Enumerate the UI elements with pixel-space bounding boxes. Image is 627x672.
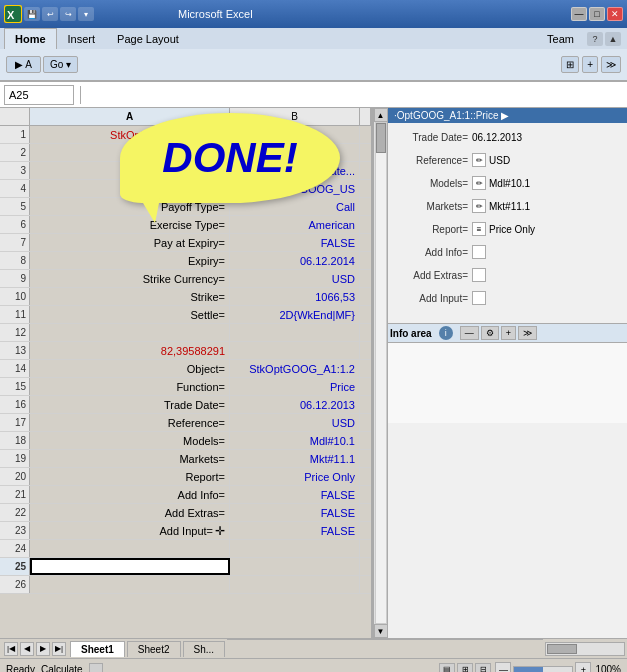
vertical-scrollbar[interactable]: ▲ ▼: [373, 108, 387, 638]
info-zoom-out[interactable]: —: [460, 326, 479, 340]
cell-14-rest: [360, 360, 371, 377]
quick-more-btn[interactable]: ▾: [78, 7, 94, 21]
zoom-out-btn[interactable]: —: [495, 662, 511, 673]
view-layout[interactable]: ⊞: [457, 663, 473, 673]
close-button[interactable]: ✕: [607, 7, 623, 21]
view-preview[interactable]: ⊟: [475, 663, 491, 673]
cell-7a[interactable]: Pay at Expiry=: [30, 234, 230, 251]
info-settings[interactable]: ⚙: [481, 326, 499, 340]
cell-8b[interactable]: 06.12.2014: [230, 252, 360, 269]
h-scroll-thumb[interactable]: [547, 644, 577, 654]
add-info-checkbox[interactable]: [472, 245, 486, 259]
ribbon-go-btn[interactable]: Go ▾: [43, 56, 78, 73]
row-num: 26: [0, 576, 30, 593]
ribbon-min-btn[interactable]: ▲: [605, 32, 621, 46]
view-normal[interactable]: ▤: [439, 663, 455, 673]
cell-21b[interactable]: FALSE: [230, 486, 360, 503]
cell-20b[interactable]: Price Only: [230, 468, 360, 485]
sheet-tab-2[interactable]: Sheet2: [127, 641, 181, 657]
ribbon-extra-btn2[interactable]: +: [582, 56, 598, 73]
cell-15b[interactable]: Price: [230, 378, 360, 395]
cell-17b[interactable]: USD: [230, 414, 360, 431]
quick-redo-btn[interactable]: ↪: [60, 7, 76, 21]
cell-14b[interactable]: StkOptGOOG_A1:1.2: [230, 360, 360, 377]
scroll-thumb[interactable]: [376, 123, 386, 153]
info-zoom-in[interactable]: +: [501, 326, 516, 340]
cell-11b[interactable]: 2D{WkEnd|MF}: [230, 306, 360, 323]
cell-19a[interactable]: Markets=: [30, 450, 230, 467]
cell-8a[interactable]: Expiry=: [30, 252, 230, 269]
app-icon: X: [4, 5, 22, 23]
quick-save-btn[interactable]: 💾: [24, 7, 40, 21]
cell-9a[interactable]: Strike Currency=: [30, 270, 230, 287]
tab-home[interactable]: Home: [4, 28, 57, 49]
cell-13a[interactable]: 82,39588291: [30, 342, 230, 359]
row-num: 16: [0, 396, 30, 413]
cell-11a[interactable]: Settle=: [30, 306, 230, 323]
cell-16a[interactable]: Trade Date=: [30, 396, 230, 413]
maximize-button[interactable]: □: [589, 7, 605, 21]
cell-19b[interactable]: Mkt#11.1: [230, 450, 360, 467]
ribbon-extra-btn1[interactable]: ⊞: [561, 56, 579, 73]
row-num: 2: [0, 144, 30, 161]
quick-undo-btn[interactable]: ↩: [42, 7, 58, 21]
cell-10b[interactable]: 1066,53: [230, 288, 360, 305]
panel-row-add-info: Add Info=: [392, 242, 623, 262]
cell-23a[interactable]: Add Input= ✛: [30, 522, 230, 539]
tab-insert[interactable]: Insert: [57, 28, 107, 49]
tab-last-btn[interactable]: ▶|: [52, 642, 66, 656]
info-more[interactable]: ≫: [518, 326, 537, 340]
cell-22a[interactable]: Add Extras=: [30, 504, 230, 521]
cell-17a[interactable]: Reference=: [30, 414, 230, 431]
reference-edit-icon[interactable]: ✏: [472, 153, 486, 167]
cell-5-rest: [360, 198, 371, 215]
cell-14a[interactable]: Object=: [30, 360, 230, 377]
panel-label-add-extras: Add Extras=: [392, 270, 472, 281]
zoom-bar[interactable]: [513, 666, 573, 673]
info-icon[interactable]: i: [439, 326, 453, 340]
tab-page-layout[interactable]: Page Layout: [106, 28, 190, 49]
zoom-in-btn[interactable]: +: [575, 662, 591, 673]
report-edit-icon[interactable]: ≡: [472, 222, 486, 236]
tab-next-btn[interactable]: ▶: [36, 642, 50, 656]
ribbon-help-btn[interactable]: ?: [587, 32, 603, 46]
cell-16b[interactable]: 06.12.2013: [230, 396, 360, 413]
scroll-down-btn[interactable]: ▼: [374, 624, 388, 638]
cell-21a[interactable]: Add Info=: [30, 486, 230, 503]
sheet-tab-3[interactable]: Sh...: [183, 641, 226, 657]
row-num: 8: [0, 252, 30, 269]
scroll-up-btn[interactable]: ▲: [374, 108, 388, 122]
cell-10a[interactable]: Strike=: [30, 288, 230, 305]
ribbon-collapse-btn[interactable]: ≫: [601, 56, 621, 73]
name-box[interactable]: A25: [4, 85, 74, 105]
cell-15a[interactable]: Function=: [30, 378, 230, 395]
cell-18a[interactable]: Models=: [30, 432, 230, 449]
ribbon-btn-1[interactable]: ▶ A: [6, 56, 41, 73]
add-extras-checkbox[interactable]: [472, 268, 486, 282]
cell-25a-selected[interactable]: [30, 558, 230, 575]
minimize-button[interactable]: —: [571, 7, 587, 21]
row-num: 22: [0, 504, 30, 521]
cell-1-rest: [360, 126, 371, 143]
panel-label-reference: Reference=: [392, 155, 472, 166]
cell-22b[interactable]: FALSE: [230, 504, 360, 521]
tab-team[interactable]: Team: [536, 28, 585, 49]
models-edit-icon[interactable]: ✏: [472, 176, 486, 190]
cell-18b[interactable]: Mdl#10.1: [230, 432, 360, 449]
cell-23b[interactable]: FALSE: [230, 522, 360, 539]
sheet-tab-1[interactable]: Sheet1: [70, 641, 125, 657]
tab-first-btn[interactable]: |◀: [4, 642, 18, 656]
panel-row-report: Report= ≡ Price Only: [392, 219, 623, 239]
table-row: 21 Add Info= FALSE: [0, 486, 371, 504]
cell-20a[interactable]: Report=: [30, 468, 230, 485]
cell-9b[interactable]: USD: [230, 270, 360, 287]
cell-7b[interactable]: FALSE: [230, 234, 360, 251]
panel-label-add-input: Add Input=: [392, 293, 472, 304]
horizontal-scrollbar[interactable]: [545, 642, 625, 656]
tab-prev-btn[interactable]: ◀: [20, 642, 34, 656]
markets-edit-icon[interactable]: ✏: [472, 199, 486, 213]
add-input-checkbox[interactable]: [472, 291, 486, 305]
panel-value-models: Mdl#10.1: [489, 178, 530, 189]
scroll-track[interactable]: [375, 122, 387, 624]
formula-input[interactable]: [87, 85, 623, 105]
